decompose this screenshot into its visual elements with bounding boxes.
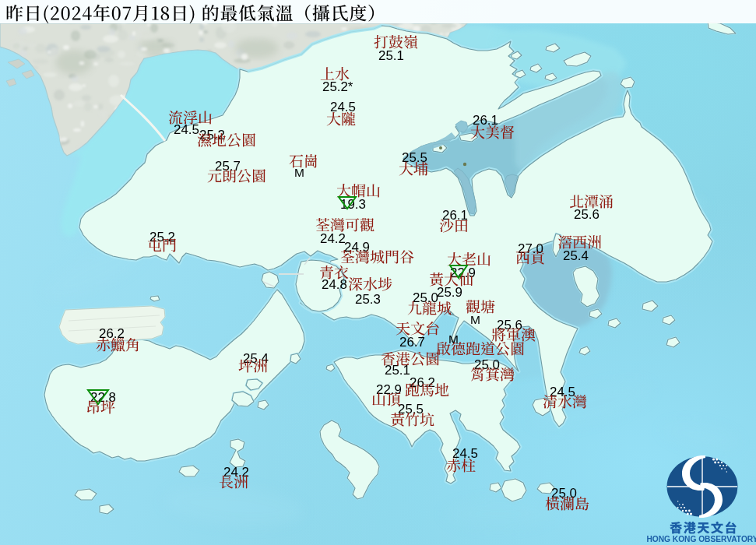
svg-text:25.2: 25.2 bbox=[149, 230, 175, 244]
svg-text:24.5: 24.5 bbox=[452, 446, 478, 461]
svg-text:M: M bbox=[294, 166, 304, 179]
svg-text:24.2: 24.2 bbox=[223, 465, 249, 480]
svg-text:24.5: 24.5 bbox=[550, 385, 575, 399]
svg-text:25.2*: 25.2* bbox=[322, 79, 353, 94]
svg-text:25.1: 25.1 bbox=[378, 48, 404, 63]
svg-text:25.4: 25.4 bbox=[563, 248, 589, 263]
svg-text:24.8: 24.8 bbox=[322, 277, 347, 292]
svg-text:25.9: 25.9 bbox=[437, 285, 462, 300]
svg-text:25.6: 25.6 bbox=[574, 207, 600, 222]
svg-text:26.7: 26.7 bbox=[399, 335, 425, 350]
svg-text:M: M bbox=[470, 313, 480, 326]
svg-text:25.3: 25.3 bbox=[355, 292, 381, 307]
svg-text:24.2: 24.2 bbox=[320, 231, 346, 246]
svg-text:26.1: 26.1 bbox=[473, 113, 498, 128]
svg-text:22.9: 22.9 bbox=[376, 382, 402, 397]
svg-text:24.5: 24.5 bbox=[330, 100, 356, 114]
svg-text:24.5: 24.5 bbox=[174, 122, 199, 137]
svg-text:HONG KONG OBSERVATORY: HONG KONG OBSERVATORY bbox=[646, 535, 756, 543]
svg-text:26.2: 26.2 bbox=[410, 375, 435, 390]
